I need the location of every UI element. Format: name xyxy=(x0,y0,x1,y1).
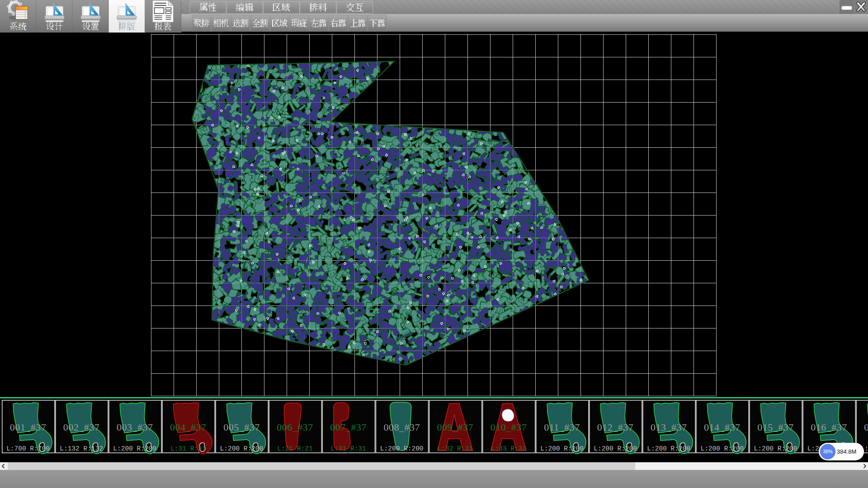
svg-text:L:32 R:31: L:32 R:31 xyxy=(438,445,473,452)
svg-text:L:200 R:200: L:200 R:200 xyxy=(754,445,797,452)
svg-text:016_#37: 016_#37 xyxy=(811,422,847,433)
svg-text:001_#37: 001_#37 xyxy=(10,422,47,433)
svg-text:003_#37: 003_#37 xyxy=(117,422,153,433)
svg-text:L:200 R:200: L:200 R:200 xyxy=(380,445,424,452)
svg-text:L:200 R:200: L:200 R:200 xyxy=(647,445,690,452)
svg-text:L:700 R:700: L:700 R:700 xyxy=(6,445,50,452)
svg-text:009_#37: 009_#37 xyxy=(437,422,474,433)
svg-text:L:33 R:33: L:33 R:33 xyxy=(491,445,526,452)
svg-text:011_#37: 011_#37 xyxy=(544,422,580,433)
svg-text:008_#37: 008_#37 xyxy=(383,422,420,433)
svg-text:017_#37: 017_#37 xyxy=(864,422,868,433)
svg-text:L:21 R:21: L:21 R:21 xyxy=(277,445,312,452)
svg-text:014_#37: 014_#37 xyxy=(704,422,741,433)
svg-text:013_#37: 013_#37 xyxy=(651,422,687,433)
svg-text:015_#37: 015_#37 xyxy=(757,422,794,433)
svg-text:L:200 R:200: L:200 R:200 xyxy=(700,445,744,452)
svg-text:006_#37: 006_#37 xyxy=(277,422,313,433)
svg-text:L:200 R:200: L:200 R:200 xyxy=(540,445,584,452)
svg-text:012_#37: 012_#37 xyxy=(597,422,634,433)
svg-text:010_#37: 010_#37 xyxy=(491,422,527,433)
svg-text:L:200 R:200: L:200 R:200 xyxy=(594,445,637,452)
svg-text:L:132 R:132: L:132 R:132 xyxy=(60,445,103,452)
svg-text:38%: 38% xyxy=(823,449,832,454)
svg-text:L:200 R:200: L:200 R:200 xyxy=(113,445,156,452)
svg-text:384.8M: 384.8M xyxy=(837,448,856,455)
svg-text:L:31 R:31: L:31 R:31 xyxy=(330,445,366,452)
svg-text:L:31 R:31: L:31 R:31 xyxy=(170,445,206,452)
svg-text:L:200 R:200: L:200 R:200 xyxy=(220,445,264,452)
svg-text:005_#37: 005_#37 xyxy=(223,422,260,433)
svg-text:007_#37: 007_#37 xyxy=(330,422,367,433)
svg-text:004_#37: 004_#37 xyxy=(170,422,207,433)
svg-text:002_#37: 002_#37 xyxy=(63,422,100,433)
